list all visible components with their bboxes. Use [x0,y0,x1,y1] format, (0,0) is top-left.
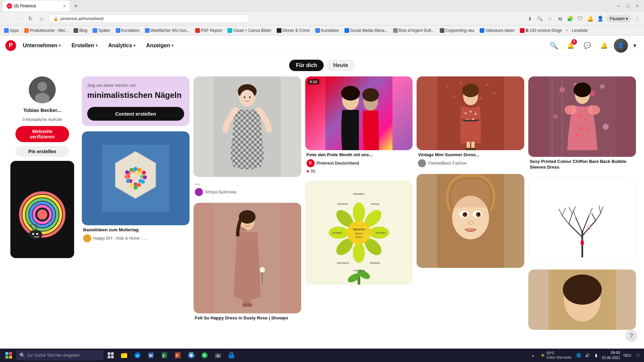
notifications-btn[interactable]: 🔔 8 [564,39,578,53]
sidebar-avatar[interactable] [29,76,56,103]
create-content-btn[interactable]: Content erstellen [87,107,184,121]
user-avatar-btn[interactable]: 👤 [614,39,628,53]
weather-widget[interactable]: ☀ 10°C Gelbe Warnstufe [538,351,574,359]
taskbar: 🔍 Zur Suche Text hier eingeben W [0,349,644,362]
bm-favicon [393,28,398,33]
felt-happy-dress-card[interactable]: Felt So Happy Dress in Dusty Rose | Show… [194,203,301,322]
svg-text:Intonation: Intonation [376,232,386,234]
minimize-btn[interactable]: ─ [614,2,623,10]
iq-icon[interactable]: IQ [556,15,564,23]
taskbar-search[interactable]: 🔍 Zur Suche Text hier eingeben [16,350,103,360]
bookmark-dinner[interactable]: Dinner & Crime [275,27,311,34]
bookmark-kursideen2[interactable]: Kursideen [314,27,340,34]
forward-btn[interactable]: → [14,14,23,23]
felt-happy-title: Felt So Happy Dress in Dusty Rose | Show… [195,315,300,321]
svg-point-64 [341,86,360,101]
sexy-dress-card[interactable]: Sexy Printed Colour Chiffon Bare Back Bu… [528,76,636,172]
extension2-icon[interactable]: 🛡 [576,15,584,23]
bookmark-spaeter[interactable]: Später [91,27,111,34]
bookmark-blog[interactable]: Blog [72,27,89,34]
show-hidden-icon[interactable]: ▲ [530,352,536,359]
taskbar-search-placeholder: Zur Suche Text hier eingeben [27,353,80,358]
gingham-dress-card[interactable]: ... Ahniya Sydorowa [194,76,301,197]
powerpoint-icon[interactable]: P [172,349,184,361]
bookmark-wahlfaecher[interactable]: Wahlfächer WU Aus... [144,27,191,34]
bookmark-pdf[interactable]: PDF Report [194,27,223,34]
start-btn[interactable] [3,349,15,361]
bastelideen-card[interactable]: Bastelideen zum Muttertag Happy DIY - Ki… [82,131,190,244]
edge-browser-icon[interactable] [131,349,144,361]
verify-website-btn[interactable]: Webseite verifizieren [15,126,69,142]
sexy-dress-title: Sexy Printed Colour Chiffon Bare Back Bu… [530,159,635,170]
notification-center-icon[interactable]: □ [635,352,641,359]
volume-icon[interactable]: 🔊 [584,352,591,359]
bookmark-kursideen[interactable]: Kursideen [114,27,141,34]
music-icon[interactable] [199,349,211,361]
home-btn[interactable]: ⌂ [37,14,46,23]
create-pin-btn[interactable]: Pin erstellen [15,146,69,157]
network-icon[interactable]: 🌐 [576,352,582,359]
word-icon[interactable]: W [145,349,157,361]
search-btn[interactable]: 🔍 [547,39,561,53]
nav-anzeigen[interactable]: Anzeigen ▾ [142,40,177,51]
url-bar[interactable]: 🔒 pinterest.at/homefeed/ [48,14,250,23]
bookmark-produktsuche[interactable]: Produktsuche - Mer... [23,27,69,34]
snail-craft-card[interactable]: Vibrantly Colored Paper Plate Snail Craf… [10,161,74,258]
bastelideen-info: Bastelideen zum Muttertag Happy DIY - Ki… [82,225,190,244]
back-btn[interactable]: ← [3,14,12,23]
hair-woman-card[interactable] [417,174,524,268]
tree-drawing-card[interactable] [528,177,636,264]
nav-analytics[interactable]: Analytics ▾ [104,40,140,51]
bookmark-social[interactable]: Social Media Mana... [343,27,389,34]
svg-point-102 [479,97,482,100]
bookmark-copywriting[interactable]: Copywriting neu [438,27,476,34]
browser-profile-btn[interactable]: Pausiert ▾ [606,15,631,22]
pinterest-logo[interactable]: P [5,40,16,51]
browser-menu-icon[interactable]: ⋮ [633,15,641,23]
file-explorer-icon[interactable] [118,349,130,361]
bookmark-100dinge[interactable]: B 100 schöne Dinge [519,27,563,34]
store-icon[interactable] [225,349,237,361]
profile-icon[interactable]: 👤 [596,15,604,23]
bookmark-canva[interactable]: Cload + Canva Bilder [226,27,273,34]
active-tab[interactable]: (8) Pinterest × [3,1,70,11]
vintage-dress-card[interactable]: Vintage Mini Summer Dress... FlashedBack… [417,76,524,169]
download-icon[interactable]: ⬇ [526,15,534,23]
camera-icon[interactable] [212,349,224,361]
new-tab-btn[interactable]: + [71,1,80,11]
bm-label: 100 schöne Dinge [530,28,562,33]
tab-fuer-dich[interactable]: Für dich [289,60,324,71]
task-view-btn[interactable] [105,349,117,361]
extension1-icon[interactable]: 🧩 [566,15,574,23]
tab-heute[interactable]: Heute [326,60,355,71]
bookmark-leseliste[interactable]: Leseliste [571,27,589,34]
create-content-card[interactable]: Zeig uns deine Version von minimalistisc… [82,76,190,126]
maximize-btn[interactable]: □ [624,2,632,10]
bookmark-star-icon[interactable]: ☆ [546,15,554,23]
excel-icon[interactable]: X [158,349,170,361]
close-btn[interactable]: × [633,2,641,10]
svg-point-28 [129,168,133,172]
bookmarks-more-icon[interactable]: » [566,28,568,32]
bm-label: Später [98,28,110,33]
refresh-btn[interactable]: ↻ [25,14,35,23]
bottom-card-1[interactable] [528,269,636,330]
svg-point-135 [584,119,587,121]
nav-unternehmen[interactable]: Unternehmen ▾ [19,40,65,51]
nav-erstellen[interactable]: Erstellen ▾ [67,40,102,51]
bookmarks-apps[interactable]: Apps [3,27,20,34]
pride-video-card[interactable]: 0:12 Feier den Pride Month mit uns... P … [305,76,413,175]
keyboard-language[interactable]: DEU [622,353,633,357]
help-btn[interactable]: ? [625,330,637,342]
tab-close-btn[interactable]: × [63,3,66,9]
bookmark-videokurs[interactable]: Videokurs Ideen [478,27,516,34]
taskbar-datetime[interactable]: 09:00 15.06.2021 [602,350,620,361]
browser-search-icon[interactable]: 🔍 [536,15,544,23]
extension3-icon[interactable]: 🔔 [586,15,594,23]
chrome-icon[interactable] [185,349,197,361]
alerts-btn[interactable]: 🔔 [597,39,611,53]
bookmark-bois[interactable]: Bois d'Argent Duft... [392,27,436,34]
account-chevron-btn[interactable]: ▾ [631,42,639,50]
flower-diagram-card[interactable]: Sprache Sprech- praxis [305,181,413,285]
messages-btn[interactable]: 💬 [580,39,594,53]
